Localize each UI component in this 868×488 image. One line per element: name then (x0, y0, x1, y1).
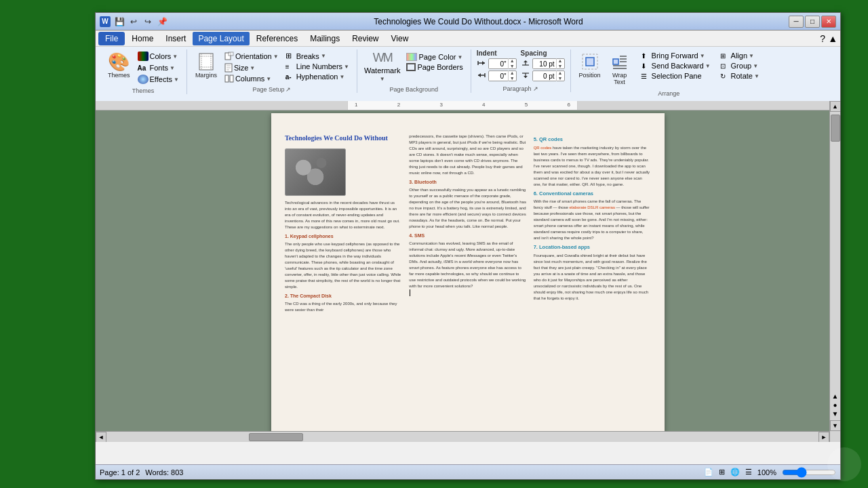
before-spacing-input[interactable] (533, 60, 556, 68)
hyphenation-icon: a- (285, 73, 295, 81)
right-indent-input[interactable] (489, 72, 508, 81)
page-status: Page: 1 of 2 (100, 468, 140, 476)
menu-review[interactable]: Review (347, 32, 384, 45)
document-page: Technologies We Could Do Without Technol… (271, 113, 665, 442)
left-indent-up[interactable]: ▲ (509, 58, 516, 64)
theme-effects-btn[interactable]: Effects ▼ (136, 74, 181, 85)
save-qat-btn[interactable]: 💾 (113, 16, 125, 28)
redo-qat-btn[interactable]: ↪ (142, 16, 154, 28)
collapse-ribbon-icon[interactable]: ▲ (828, 33, 837, 44)
position-btn[interactable]: Position (576, 49, 604, 87)
menu-view[interactable]: View (386, 32, 414, 45)
left-indent-input[interactable] (489, 60, 508, 68)
scroll-down-btn[interactable]: ▼ (830, 420, 841, 431)
scroll-right-btn[interactable]: ► (818, 432, 829, 443)
hyphenation-label: Hyphenation (296, 73, 338, 81)
columns-btn[interactable]: Columns ▼ (222, 74, 281, 83)
svg-rect-6 (229, 52, 233, 56)
wrap-text-btn[interactable]: WrapText (606, 49, 633, 87)
svg-marker-21 (524, 60, 528, 62)
menu-mailings[interactable]: Mailings (304, 32, 345, 45)
page-container: Technologies We Could Do Without Technol… (96, 101, 840, 442)
after-spacing-down[interactable]: ▼ (557, 76, 564, 81)
selection-pane-btn[interactable]: ☰ Selection Pane (639, 71, 713, 81)
bring-forward-btn[interactable]: ⬆ Bring Forward ▼ (639, 51, 713, 60)
column-2: predecessors, the cassette tape (shivers… (409, 134, 526, 313)
svg-rect-26 (586, 58, 594, 66)
before-spacing-up[interactable]: ▲ (557, 58, 564, 64)
page-borders-icon (406, 63, 416, 71)
indent-label: Indent (477, 49, 517, 57)
document-content: Technologies We Could Do Without Technol… (285, 134, 651, 313)
selection-pane-icon: ☰ (641, 73, 650, 80)
page-setup-expand-icon[interactable]: ↗ (285, 86, 291, 93)
h-scroll-thumb[interactable] (249, 433, 303, 441)
doc-image (285, 148, 346, 196)
undo-qat-btn[interactable]: ↩ (127, 16, 140, 28)
orientation-btn[interactable]: Orientation ▼ (222, 51, 281, 62)
page-color-btn[interactable]: Page Color ▼ (404, 52, 465, 62)
size-btn[interactable]: Size ▼ (222, 62, 281, 73)
close-btn[interactable]: ✕ (821, 16, 836, 28)
menu-insert[interactable]: Insert (160, 32, 191, 45)
send-backward-btn[interactable]: ⬇ Send Backward ▼ (639, 61, 713, 70)
scroll-thumb[interactable] (831, 115, 840, 142)
before-spacing-spinbox[interactable]: ▲ ▼ (532, 58, 565, 69)
right-indent-down[interactable]: ▼ (509, 76, 516, 81)
menu-page-layout[interactable]: Page Layout (193, 32, 249, 45)
line-numbers-btn[interactable]: ≡ Line Numbers ▼ (283, 62, 351, 71)
after-spacing-arrows[interactable]: ▲ ▼ (556, 70, 564, 81)
after-spacing-spinbox[interactable]: ▲ ▼ (532, 70, 565, 81)
cursor (410, 289, 410, 296)
menu-home[interactable]: Home (126, 32, 159, 45)
menu-file[interactable]: File (98, 32, 125, 45)
margins-btn[interactable]: Margins (193, 49, 220, 81)
left-indent-spinbox[interactable]: ▲ ▼ (488, 58, 517, 69)
left-indent-arrows[interactable]: ▲ ▼ (508, 58, 516, 69)
theme-fonts-btn[interactable]: Aa Fonts ▼ (136, 62, 181, 73)
next-page-btn[interactable]: ▼ (832, 410, 839, 418)
scroll-up-btn[interactable]: ▲ (830, 101, 841, 112)
group-icon: ⊡ (720, 62, 730, 70)
breaks-btn[interactable]: ⊞ Breaks ▼ (283, 51, 351, 61)
watermark-btn[interactable]: WM Watermark ▼ (363, 49, 401, 83)
theme-colors-btn[interactable]: Colors ▼ (136, 51, 181, 62)
paragraph-expand-icon[interactable]: ↗ (533, 85, 538, 92)
col3-section5-body: QR codes have taken the marketing indust… (534, 145, 651, 188)
status-bar: Page: 1 of 2 Words: 803 📄 ⊞ 🌐 ☰ 100% (96, 464, 840, 479)
view-layout-btn[interactable]: ⊞ (719, 468, 725, 476)
view-normal-btn[interactable]: 📄 (704, 468, 713, 476)
right-indent-up[interactable]: ▲ (509, 70, 516, 76)
left-indent-down[interactable]: ▼ (509, 64, 516, 69)
page-color-icon (406, 53, 417, 61)
help-question-icon[interactable]: ? (820, 33, 825, 44)
columns-icon (224, 75, 234, 83)
before-spacing-down[interactable]: ▼ (557, 64, 564, 69)
menu-bar: File Home Insert Page Layout References … (96, 30, 840, 47)
right-indent-arrows[interactable]: ▲ ▼ (508, 70, 516, 81)
page-borders-btn[interactable]: Page Borders (404, 62, 465, 72)
fonts-icon: Aa (138, 63, 149, 73)
desktop-decoration (827, 447, 861, 481)
themes-btn[interactable]: 🎨 Themes (105, 49, 133, 81)
pin-qat-btn[interactable]: 📌 (156, 16, 168, 28)
view-web-btn[interactable]: 🌐 (730, 468, 740, 476)
menu-references[interactable]: References (251, 32, 303, 45)
hyphenation-btn[interactable]: a- Hyphenation ▼ (283, 72, 351, 81)
columns-arrow: ▼ (266, 76, 271, 82)
arrange-group-label: Arrange (576, 89, 762, 97)
maximize-btn[interactable]: □ (805, 16, 820, 28)
after-spacing-up[interactable]: ▲ (557, 70, 564, 76)
align-btn[interactable]: ⊞ Align ▼ (718, 51, 762, 60)
right-indent-spinbox[interactable]: ▲ ▼ (488, 70, 517, 81)
group-btn[interactable]: ⊡ Group ▼ (718, 61, 762, 70)
rotate-btn[interactable]: ↻ Rotate ▼ (718, 71, 762, 81)
select-browse-btn[interactable]: ● (833, 401, 837, 409)
scroll-left-btn[interactable]: ◄ (96, 432, 106, 443)
after-spacing-input[interactable] (533, 72, 556, 81)
group-label: Group (731, 62, 752, 70)
view-outline-btn[interactable]: ☰ (745, 468, 752, 476)
prev-page-btn[interactable]: ▲ (832, 392, 839, 400)
before-spacing-arrows[interactable]: ▲ ▼ (556, 58, 564, 69)
minimize-btn[interactable]: ─ (789, 16, 804, 28)
